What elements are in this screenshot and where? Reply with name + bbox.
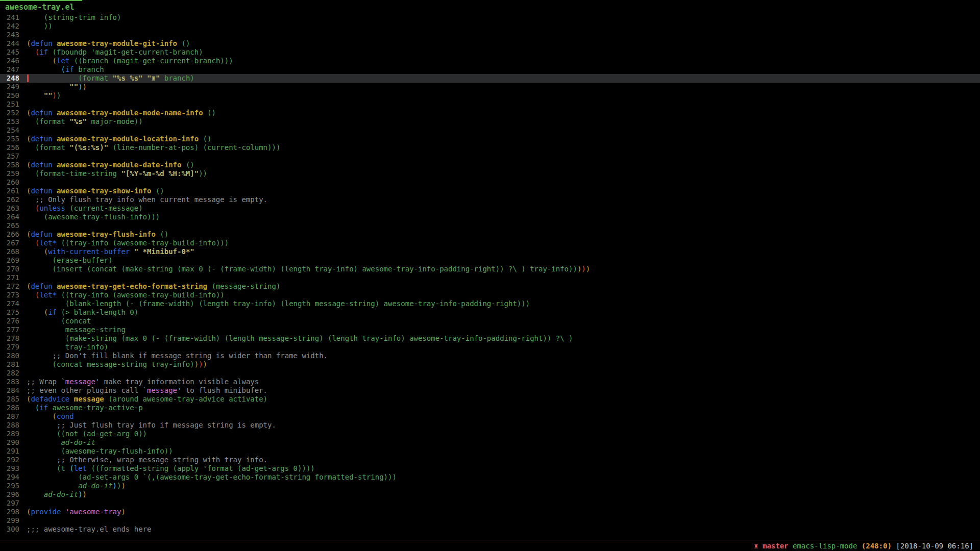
line-number: 255 xyxy=(0,135,27,143)
code-line[interactable]: 281 (concat message-string tray-info)))) xyxy=(0,360,980,369)
code-text: (make-string (max 0 (- (frame-width) (le… xyxy=(27,334,573,343)
code-text: tray-info) xyxy=(27,343,108,352)
code-line[interactable]: 274 (blank-length (- (frame-width) (leng… xyxy=(0,299,980,308)
code-line[interactable]: 264 (awesome-tray-flush-info))) xyxy=(0,213,980,221)
code-line[interactable]: 265 xyxy=(0,221,980,230)
code-text: "")) xyxy=(27,83,87,91)
code-line[interactable]: 299 xyxy=(0,516,980,525)
code-line[interactable]: 267 (let* ((tray-info (awesome-tray-buil… xyxy=(0,239,980,247)
code-line[interactable]: 284;; even other plugins call `message' … xyxy=(0,386,980,395)
line-number: 292 xyxy=(0,456,27,464)
code-line[interactable]: 246 (let ((branch (magit-get-current-bra… xyxy=(0,57,980,65)
code-line[interactable]: 245 (if (fboundp 'magit-get-current-bran… xyxy=(0,48,980,57)
code-line[interactable]: 280 ;; Don't fill blank if message strin… xyxy=(0,352,980,360)
line-number: 270 xyxy=(0,265,27,273)
code-line[interactable]: 259 (format-time-string "[%Y-%m-%d %H:%M… xyxy=(0,169,980,178)
code-line[interactable]: 250 "")) xyxy=(0,91,980,100)
code-line[interactable]: 251 xyxy=(0,100,980,109)
code-text: (awesome-tray-flush-info)) xyxy=(27,447,173,456)
line-number: 263 xyxy=(0,204,27,213)
code-line[interactable]: 275 (if (> blank-length 0) xyxy=(0,308,980,317)
code-line[interactable]: 297 xyxy=(0,499,980,508)
line-number: 252 xyxy=(0,109,27,117)
code-line[interactable]: 269 (erase-buffer) xyxy=(0,256,980,265)
line-number: 253 xyxy=(0,117,27,126)
code-line[interactable]: 261(defun awesome-tray-show-info () xyxy=(0,187,980,195)
tray-git-branch: ♜ master xyxy=(754,542,788,550)
line-number: 274 xyxy=(0,299,27,308)
code-text: (let* ((tray-info (awesome-tray-build-in… xyxy=(27,291,225,299)
code-line[interactable]: 241 (string-trim info) xyxy=(0,13,980,22)
code-line[interactable]: 287 (cond xyxy=(0,412,980,421)
line-number: 248 xyxy=(0,74,27,83)
line-number: 265 xyxy=(0,221,27,230)
buffer-tab-awesome-tray[interactable]: awesome-tray.el xyxy=(0,0,82,13)
code-line[interactable]: 247 (if branch xyxy=(0,65,980,74)
code-line[interactable]: 277 message-string xyxy=(0,325,980,334)
code-line[interactable]: 256 (format "(%s:%s)" (line-number-at-po… xyxy=(0,143,980,152)
code-line[interactable]: 276 (concat xyxy=(0,317,980,325)
code-line[interactable]: 242 )) xyxy=(0,22,980,31)
code-text: (format "(%s:%s)" (line-number-at-pos) (… xyxy=(27,143,280,152)
code-line[interactable]: 283;; Wrap `message' make tray informati… xyxy=(0,378,980,386)
line-number: 271 xyxy=(0,273,27,282)
line-number: 242 xyxy=(0,22,27,31)
code-line[interactable]: 252(defun awesome-tray-module-mode-name-… xyxy=(0,109,980,117)
code-line[interactable]: 273 (let* ((tray-info (awesome-tray-buil… xyxy=(0,291,980,299)
code-line[interactable]: 294 (ad-set-args 0 `(,(awesome-tray-get-… xyxy=(0,473,980,482)
code-text: (defun awesome-tray-module-location-info… xyxy=(27,135,211,143)
code-line[interactable]: 253 (format "%s" major-mode)) xyxy=(0,117,980,126)
code-line[interactable]: 255(defun awesome-tray-module-location-i… xyxy=(0,135,980,143)
code-text: ;;; awesome-tray.el ends here xyxy=(27,525,151,534)
code-line[interactable]: 278 (make-string (max 0 (- (frame-width)… xyxy=(0,334,980,343)
code-line[interactable]: 298(provide 'awesome-tray) xyxy=(0,508,980,516)
code-line[interactable]: 262 ;; Only flush tray info when current… xyxy=(0,195,980,204)
code-text: (awesome-tray-flush-info))) xyxy=(27,213,160,221)
code-line[interactable]: 258(defun awesome-tray-module-date-info … xyxy=(0,161,980,169)
code-line[interactable]: 296 ad-do-it)) xyxy=(0,490,980,499)
code-line[interactable]: 266(defun awesome-tray-flush-info () xyxy=(0,230,980,239)
code-line[interactable]: 286 (if awesome-tray-active-p xyxy=(0,404,980,412)
line-number: 277 xyxy=(0,325,27,334)
code-line[interactable]: 260 xyxy=(0,178,980,187)
tray-date: [2018-10-09 06:16] xyxy=(892,542,973,550)
tab-bar: awesome-tray.el xyxy=(0,0,980,13)
code-line[interactable]: 263 (unless (current-message) xyxy=(0,204,980,213)
code-line[interactable]: 282 xyxy=(0,369,980,378)
line-number: 288 xyxy=(0,421,27,430)
tray-location: (248:0) xyxy=(857,542,891,550)
line-number: 250 xyxy=(0,91,27,100)
code-line[interactable]: 243 xyxy=(0,31,980,39)
line-number: 241 xyxy=(0,13,27,22)
code-line[interactable]: 249 "")) xyxy=(0,83,980,91)
code-text: (defun awesome-tray-module-mode-name-inf… xyxy=(27,109,216,117)
line-number: 266 xyxy=(0,230,27,239)
code-line[interactable]: 244(defun awesome-tray-module-git-info (… xyxy=(0,39,980,48)
code-line[interactable]: 293 (t (let ((formatted-string (apply 'f… xyxy=(0,464,980,473)
code-line[interactable]: 288 ;; Just flush tray info if message s… xyxy=(0,421,980,430)
code-text: (format-time-string "[%Y-%m-%d %H:%M]")) xyxy=(27,169,207,178)
code-line[interactable]: 248 (format "%s %s" "♜" branch) xyxy=(0,74,980,83)
code-line[interactable]: 257 xyxy=(0,152,980,161)
code-line[interactable]: 292 ;; Otherwise, wrap message string wi… xyxy=(0,456,980,464)
code-line[interactable]: 295 ad-do-it))) xyxy=(0,482,980,490)
code-line[interactable]: 279 tray-info) xyxy=(0,343,980,352)
line-number: 262 xyxy=(0,195,27,204)
line-number: 272 xyxy=(0,282,27,291)
code-line[interactable]: 290 ad-do-it xyxy=(0,438,980,447)
line-number: 286 xyxy=(0,404,27,412)
code-line[interactable]: 268 (with-current-buffer " *Minibuf-0*" xyxy=(0,247,980,256)
code-line[interactable]: 254 xyxy=(0,126,980,135)
code-editor[interactable]: 241 (string-trim info)242 ))243244(defun… xyxy=(0,13,980,534)
code-line[interactable]: 271 xyxy=(0,273,980,282)
code-line[interactable]: 291 (awesome-tray-flush-info)) xyxy=(0,447,980,456)
code-text: (concat xyxy=(27,317,91,325)
code-text: (defun awesome-tray-get-echo-format-stri… xyxy=(27,282,280,291)
code-line[interactable]: 285(defadvice message (around awesome-tr… xyxy=(0,395,980,404)
line-number: 264 xyxy=(0,213,27,221)
code-line[interactable]: 270 (insert (concat (make-string (max 0 … xyxy=(0,265,980,273)
line-number: 256 xyxy=(0,143,27,152)
code-line[interactable]: 300;;; awesome-tray.el ends here xyxy=(0,525,980,534)
code-line[interactable]: 272(defun awesome-tray-get-echo-format-s… xyxy=(0,282,980,291)
code-line[interactable]: 289 ((not (ad-get-arg 0)) xyxy=(0,430,980,438)
